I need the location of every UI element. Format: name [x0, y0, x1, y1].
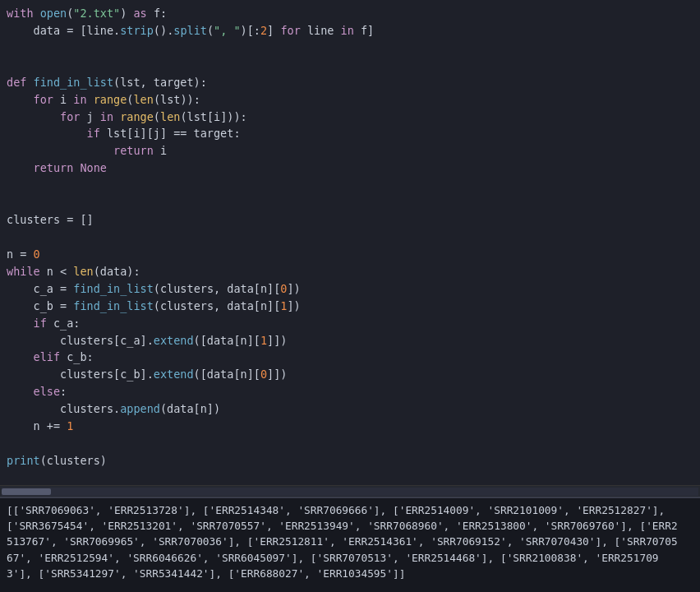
scrollbar-thumb[interactable] [2, 488, 51, 495]
output-panel: [['SRR7069063', 'ERR2513728'], ['ERR2514… [0, 497, 700, 592]
code-content: with open("2.txt") as f: data = [line.st… [7, 5, 693, 469]
horizontal-scrollbar[interactable] [0, 485, 700, 497]
scrollbar-track[interactable] [2, 488, 698, 496]
output-text: [['SRR7069063', 'ERR2513728'], ['ERR2514… [7, 502, 693, 581]
code-editor: with open("2.txt") as f: data = [line.st… [0, 0, 700, 485]
